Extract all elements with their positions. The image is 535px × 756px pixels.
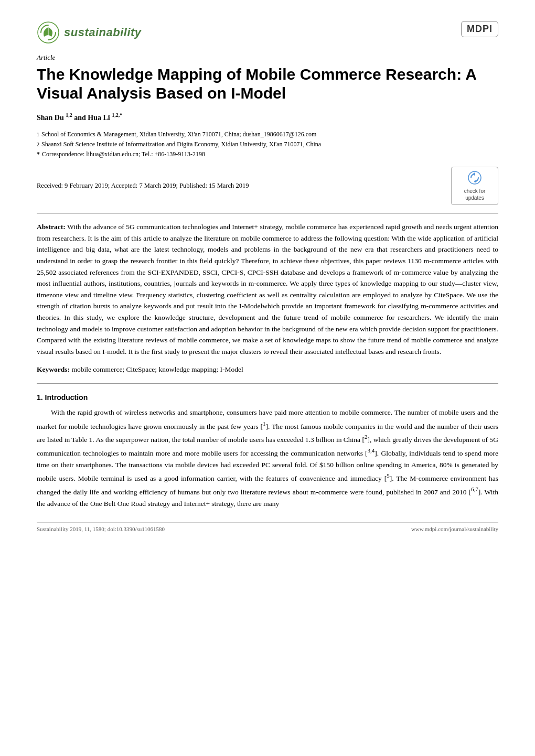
abstract-section: Abstract: With the advance of 5G communi… (37, 221, 498, 357)
correspondence-star: * (37, 149, 40, 159)
affiliation-num-1: 1 (37, 131, 39, 139)
check-updates-badge[interactable]: check forupdates (451, 167, 498, 205)
affiliation-text-3: Correspondence: lihua@xidian.edu.cn; Tel… (42, 149, 205, 159)
authors: Shan Du 1,2 and Hua Li 1,2,* (37, 112, 498, 122)
check-updates-label: check forupdates (464, 188, 486, 201)
affiliation-2: 2 Shaanxi Soft Science Institute of Info… (37, 139, 498, 149)
ref-3-4[interactable]: 3,4 (368, 447, 375, 453)
affiliation-text-1: School of Economics & Management, Xidian… (41, 129, 316, 139)
divider-2 (37, 383, 498, 384)
footer-right: www.mdpi.com/journal/sustainability (411, 526, 498, 532)
divider-1 (37, 213, 498, 214)
ref-2[interactable]: 2 (365, 434, 368, 440)
journal-name: sustainability (64, 26, 142, 39)
keywords-text: mobile commerce; CiteSpace; knowledge ma… (71, 365, 243, 373)
keywords-label: Keywords: (37, 365, 70, 373)
section-1: 1. Introduction With the rapid growth of… (37, 393, 498, 510)
section-1-title: Introduction (45, 393, 88, 402)
affiliation-correspondence: * Correspondence: lihua@xidian.edu.cn; T… (37, 149, 498, 159)
affiliation-text-2: Shaanxi Soft Science Institute of Inform… (41, 139, 321, 149)
svg-marker-2 (473, 172, 475, 176)
affiliations: 1 School of Economics & Management, Xidi… (37, 129, 498, 160)
article-title: The Knowledge Mapping of Mobile Commerce… (37, 65, 498, 103)
header: sustainability MDPI (37, 21, 498, 44)
keywords-section: Keywords: mobile commerce; CiteSpace; kn… (37, 365, 498, 374)
affiliation-1: 1 School of Economics & Management, Xidi… (37, 129, 498, 139)
refresh-icon (467, 170, 482, 185)
svg-marker-3 (475, 180, 477, 183)
received-dates: Received: 9 February 2019; Accepted: 7 M… (37, 182, 249, 190)
journal-logo: sustainability (37, 21, 142, 44)
page-footer: Sustainability 2019, 11, 1580; doi:10.33… (37, 522, 498, 532)
abstract-label: Abstract: (37, 223, 66, 231)
abstract-text: With the advance of 5G communication tec… (37, 223, 498, 355)
check-updates-icon (467, 170, 482, 186)
affiliation-num-2: 2 (37, 141, 39, 149)
leaf-icon (37, 21, 60, 44)
footer-left: Sustainability 2019, 11, 1580; doi:10.33… (37, 526, 165, 532)
section-1-number: 1. (37, 393, 43, 402)
intro-text: With the rapid growth of wireless networ… (37, 407, 498, 510)
received-row: Received: 9 February 2019; Accepted: 7 M… (37, 167, 498, 205)
ref-5[interactable]: 5 (387, 472, 390, 479)
article-type-label: Article (37, 53, 498, 62)
ref-1[interactable]: 1 (263, 420, 266, 427)
section-1-heading: 1. Introduction (37, 393, 498, 402)
ref-6-7[interactable]: 6,7 (471, 486, 478, 492)
intro-paragraph-1: With the rapid growth of wireless networ… (37, 407, 498, 510)
mdpi-logo: MDPI (461, 21, 498, 37)
